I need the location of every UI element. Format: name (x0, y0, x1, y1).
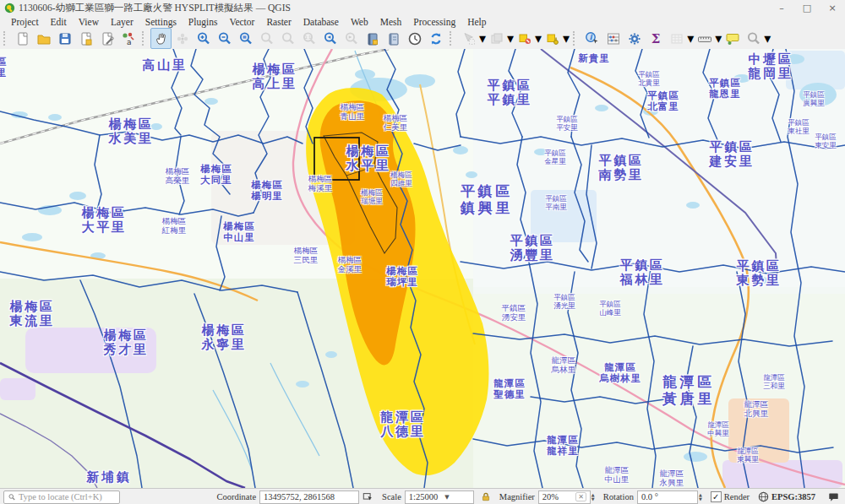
scale-combobox[interactable]: 1:25000▼ (405, 490, 474, 504)
layers-gray-icon (488, 30, 505, 47)
map-label: 平鎮區湧光里 (553, 294, 575, 311)
map-label: 平鎮區南勢里 (598, 154, 643, 183)
identify-features-button[interactable]: i (581, 28, 602, 49)
show-bookmarks-button[interactable] (383, 28, 404, 49)
select-by-expression-button[interactable] (514, 28, 535, 49)
minimize-button[interactable]: – (769, 0, 794, 15)
rotation-spinbox[interactable]: 0.0 ° (637, 490, 698, 504)
lock-scale-icon[interactable] (481, 491, 491, 502)
rotation-spin-arrows[interactable]: ▲▼ (699, 493, 702, 501)
toolbar-grip[interactable] (573, 31, 579, 46)
rotation-label: Rotation (603, 492, 634, 501)
locator-input[interactable]: Type to locate (Ctrl+K) (3, 490, 120, 504)
toolbar: a1:1▾▾▾▾iΣ▾▾▾ (0, 28, 845, 50)
new-project-button[interactable] (12, 28, 33, 49)
zoom-full-button[interactable] (235, 28, 256, 49)
mag-plus-icon (195, 30, 212, 47)
deselect-features-button (486, 28, 507, 49)
menu-view[interactable]: View (73, 17, 105, 27)
messages-icon[interactable] (827, 491, 840, 502)
map-label: 楊梅區水平里 (346, 144, 390, 174)
select-by-value-button[interactable] (542, 28, 563, 49)
magnifier-spin-arrows[interactable]: ▲▼ (592, 493, 595, 501)
cursor-select-icon (461, 30, 477, 47)
map-label: 楊梅區紅梅里 (161, 217, 186, 236)
magnifier-spinbox[interactable]: 20%✕ (538, 490, 591, 504)
clear-icon[interactable]: ✕ (575, 492, 586, 501)
dropdown-arrow-icon[interactable]: ▾ (563, 30, 570, 46)
map-canvas[interactable]: 高山里楊梅區高上里楊梅區水美里楊梅區大平里楊梅區高榮里楊梅區大同里楊梅區楊明里楊… (0, 49, 845, 488)
menu-help[interactable]: Help (461, 17, 492, 27)
dropdown-arrow-icon[interactable]: ▾ (479, 30, 486, 46)
save-project-button[interactable] (54, 28, 75, 49)
style-icon: a (120, 30, 137, 47)
zoom-next-button (341, 28, 362, 49)
crs-label[interactable]: EPSG:3857 (771, 492, 815, 501)
dropdown-arrow-icon[interactable]: ▾ (507, 30, 514, 46)
new-print-layout-button[interactable] (75, 28, 96, 49)
mag-right-icon (343, 30, 360, 47)
map-label: 龍潭區聖德里 (493, 378, 525, 400)
map-label: 楊梅區楊明里 (251, 180, 282, 202)
menu-layer[interactable]: Layer (105, 17, 139, 27)
map-label: 中壢區龍岡里 (748, 52, 793, 82)
menu-raster[interactable]: Raster (260, 17, 297, 27)
geocoder-search-button[interactable] (743, 28, 764, 49)
menu-web[interactable]: Web (345, 17, 374, 27)
maximize-button[interactable]: □ (794, 0, 820, 15)
toolbar-grip[interactable] (450, 31, 455, 46)
menu-vector[interactable]: Vector (223, 17, 260, 27)
mag-full-icon (237, 30, 254, 47)
map-label: 平鎮區東安里 (815, 133, 837, 150)
render-checkbox[interactable]: ✓ (711, 491, 722, 502)
map-label: 楊梅區東流里 (9, 300, 54, 329)
toolbar-grip[interactable] (142, 31, 148, 46)
zoom-last-button[interactable] (319, 28, 341, 49)
dropdown-arrow-icon[interactable]: ▾ (764, 30, 771, 46)
measure-button[interactable] (694, 28, 715, 49)
new-bookmark-button[interactable] (362, 28, 383, 49)
select-value-icon (544, 30, 561, 47)
menu-plugins[interactable]: Plugins (183, 17, 224, 27)
menu-settings[interactable]: Settings (139, 17, 183, 27)
processing-toolbox-button[interactable] (624, 28, 645, 49)
temporal-controller-button[interactable] (404, 28, 425, 49)
map-label: 楊梅區水美里 (108, 117, 153, 147)
toolbar-grip[interactable] (3, 31, 9, 46)
layout-manager-button[interactable] (96, 28, 117, 49)
menu-processing[interactable]: Processing (407, 17, 461, 27)
map-label: 楊梅區三民里 (293, 247, 318, 265)
menu-edit[interactable]: Edit (45, 17, 73, 27)
crs-globe-icon[interactable] (758, 491, 769, 502)
dropdown-arrow-icon[interactable]: ▾ (687, 30, 694, 46)
page-wrench-icon (99, 30, 116, 47)
open-project-button[interactable] (33, 28, 54, 49)
pan-map-button[interactable] (150, 28, 172, 49)
map-label: 楊梅區青山里 (340, 103, 364, 122)
menu-project[interactable]: Project (5, 17, 45, 27)
flower-icon (174, 30, 191, 47)
zoom-in-button[interactable] (193, 28, 214, 49)
coordinate-label: Coordinate (216, 492, 256, 501)
locator-placeholder: Type to locate (Ctrl+K) (19, 492, 102, 501)
coordinate-input[interactable]: 13495752, 2861568 (259, 490, 359, 504)
refresh-button[interactable] (425, 28, 446, 49)
statistical-summary-button[interactable] (602, 28, 624, 49)
search-icon (8, 493, 16, 501)
svg-text:a: a (127, 38, 132, 46)
scale-label: Scale (382, 492, 401, 501)
dropdown-arrow-icon[interactable]: ▾ (715, 30, 722, 46)
sum-features-button[interactable]: Σ (645, 28, 666, 49)
select-features-button (458, 28, 479, 49)
map-tips-button[interactable] (722, 28, 743, 49)
menu-mesh[interactable]: Mesh (374, 17, 408, 27)
extents-icon[interactable] (363, 491, 373, 502)
clock-icon (406, 30, 423, 47)
dropdown-arrow-icon[interactable]: ▾ (535, 30, 542, 46)
map-label: 龍潭區中興里 (707, 421, 729, 438)
close-button[interactable]: × (820, 0, 845, 15)
menu-database[interactable]: Database (297, 17, 345, 27)
zoom-out-button[interactable] (214, 28, 235, 49)
style-manager-button[interactable]: a (117, 28, 139, 49)
map-label: 楊梅區高上里 (252, 62, 297, 92)
